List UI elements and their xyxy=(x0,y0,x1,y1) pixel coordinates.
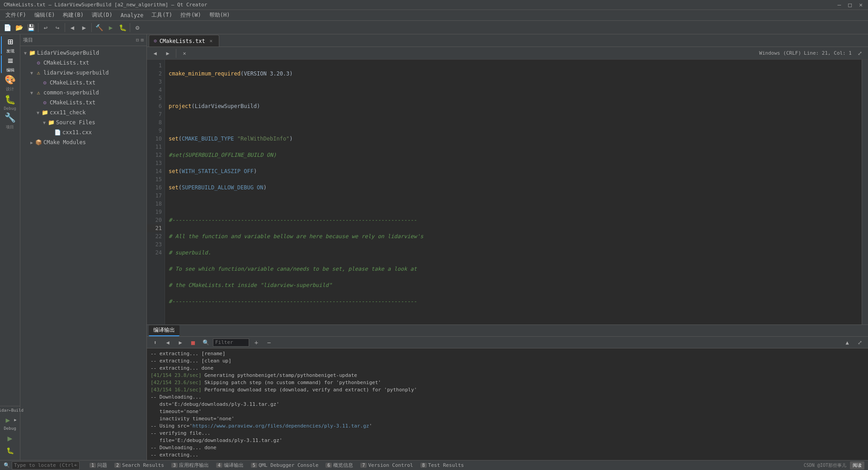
task-compile[interactable]: 4 编译输出 xyxy=(214,462,245,469)
task-overview[interactable]: 6 概览信息 xyxy=(324,462,355,469)
code-line-2[interactable] xyxy=(169,86,858,94)
tree-item-root[interactable]: ▼ 📁 LidarViewSuperBuild xyxy=(20,48,146,58)
panel-nav-next[interactable]: ▶ xyxy=(175,337,186,348)
task-test[interactable]: 8 Test Results xyxy=(419,462,466,468)
code-line-7[interactable]: set(WITH_STATIC_LASZIP OFF) xyxy=(169,167,858,175)
minimize-button[interactable]: — xyxy=(836,1,843,8)
maximize-button[interactable]: □ xyxy=(846,1,854,8)
task-qml-count: 5 xyxy=(251,463,257,468)
iconbar-design[interactable]: 🎨 设计 xyxy=(1,74,19,92)
tree-item-lidarview[interactable]: ▼ ⚠ lidarview-superbuild xyxy=(20,68,146,78)
task-app-output[interactable]: 3 应用程序输出 xyxy=(170,462,211,469)
code-line-5[interactable]: set(CMAKE_BUILD_TYPE "RelWithDebInfo") xyxy=(169,135,858,143)
code-line-1[interactable]: cmake_minimum_required(VERSION 3.20.3) xyxy=(169,70,858,78)
menu-analyze[interactable]: Analyze xyxy=(117,11,147,19)
code-line-8[interactable]: set(SUPERBUILD_ALLOW_DEBUG ON) xyxy=(169,183,858,192)
code-line-15[interactable]: #---------------------------------------… xyxy=(169,297,858,306)
sidebar-collapse-btn[interactable]: ⊞ xyxy=(141,37,144,43)
debug-attach-btn[interactable]: 🐛 xyxy=(5,445,15,456)
output-area[interactable]: -- extracting... [rename] -- extracting.… xyxy=(147,348,868,460)
menu-help[interactable]: 帮助(H) xyxy=(206,10,234,20)
panel-search-icon[interactable]: 🔍 xyxy=(200,337,211,348)
task-qml[interactable]: 5 QML Debugger Console xyxy=(249,462,320,468)
task-problems[interactable]: 1 问题 xyxy=(88,462,109,469)
tree-arrow-lidarview[interactable]: ▼ xyxy=(28,70,35,75)
code-line-4[interactable] xyxy=(169,118,858,127)
title-bar-title: CMakeLists.txt — LidarViewSuperBuild [a2… xyxy=(4,2,207,8)
menu-build[interactable]: 构建(B) xyxy=(59,10,87,20)
panel-filter-input[interactable] xyxy=(213,338,249,347)
panel-tab-compile[interactable]: 编译输出 xyxy=(149,325,179,336)
output-line-3: -- extracting... done xyxy=(151,365,864,372)
debug-play-btn[interactable]: ▶ xyxy=(5,432,15,443)
editor-toolbar-forward[interactable]: ▶ xyxy=(162,48,173,59)
tree-item-cmake-lidar[interactable]: ▶ ⚙ CMakeLists.txt xyxy=(20,78,146,88)
tree-arrow-common[interactable]: ▼ xyxy=(28,90,35,95)
editor-tab-cmakelists[interactable]: ⚙ CMakeLists.txt ✕ xyxy=(149,35,219,47)
code-editor[interactable]: 1 2 3 4 5 6 7 8 9 10 11 12 13 14 15 16 1 xyxy=(147,60,868,324)
toolbar-back[interactable]: ◀ xyxy=(67,22,78,33)
tab-close-btn[interactable]: ✕ xyxy=(208,38,214,44)
tree-arrow-modules[interactable]: ▶ xyxy=(28,140,35,145)
toolbar-build-btn[interactable]: 🔨 xyxy=(94,22,104,33)
locate-input[interactable] xyxy=(12,461,80,470)
code-line-10[interactable]: #---------------------------------------… xyxy=(169,216,858,224)
tree-arrow-root[interactable]: ▼ xyxy=(22,51,28,56)
panel-stop[interactable]: ■ xyxy=(188,337,198,348)
menu-file[interactable]: 文件(F) xyxy=(2,10,30,20)
toolbar-open[interactable]: 📂 xyxy=(14,22,24,33)
toolbar-forward[interactable]: ▶ xyxy=(79,22,90,33)
task-version[interactable]: 7 Version Control xyxy=(359,462,415,468)
toolbar-run[interactable]: ▶ xyxy=(105,22,116,33)
close-button[interactable]: ✕ xyxy=(857,1,864,8)
task-search[interactable]: 2 Search Results xyxy=(113,462,166,468)
tree-arrow-source[interactable]: ▼ xyxy=(41,120,47,125)
editor-scrollbar[interactable] xyxy=(862,60,868,324)
code-line-9[interactable] xyxy=(169,200,858,208)
editor-expand[interactable]: ⤢ xyxy=(854,48,865,59)
code-line-6[interactable]: #set(SUPERBUILD_OFFLINE_BUILD ON) xyxy=(169,151,858,159)
panel-add-btn[interactable]: + xyxy=(251,337,262,348)
panel-scroll-top[interactable]: ⬆ xyxy=(150,337,160,348)
toolbar-undo[interactable]: ↩ xyxy=(40,22,51,33)
toolbar-new[interactable]: 📄 xyxy=(2,22,13,33)
tree-arrow-cxx11[interactable]: ▼ xyxy=(35,110,41,115)
toolbar-settings[interactable]: ⚙ xyxy=(132,22,143,33)
sidebar-filter-btn[interactable]: ⊟ xyxy=(136,37,139,43)
panel-nav-prev[interactable]: ◀ xyxy=(162,337,173,348)
toolbar-save[interactable]: 💾 xyxy=(25,22,36,33)
menu-controls[interactable]: 控件(W) xyxy=(177,10,205,20)
code-content[interactable]: cmake_minimum_required(VERSION 3.20.3) p… xyxy=(165,60,862,324)
panel-collapse[interactable]: ▲ xyxy=(842,337,853,348)
tree-item-cxx11-cxx[interactable]: ▶ 📄 cxx11.cxx xyxy=(20,127,146,137)
tree-item-cxx11[interactable]: ▼ 📁 cxx11_check xyxy=(20,108,146,118)
debug-run-btn[interactable]: ▶ xyxy=(3,415,12,424)
toolbar-debug-run[interactable]: 🐛 xyxy=(117,22,128,33)
tree-item-cmake-modules[interactable]: ▶ 📦 CMake Modules xyxy=(20,137,146,147)
code-line-16[interactable] xyxy=(169,314,858,322)
code-line-11[interactable]: # All the function and variable bellow a… xyxy=(169,232,858,240)
editor-toolbar-back[interactable]: ◀ xyxy=(150,48,160,59)
code-line-3[interactable]: project(LidarViewSuperBuild) xyxy=(169,102,858,110)
iconbar-debug-icon[interactable]: 🐛 Debug xyxy=(1,93,19,111)
iconbar-project[interactable]: 🔧 项目 xyxy=(1,112,19,130)
code-line-14[interactable]: # the CMakeLists.txt inside "lidarview-s… xyxy=(169,281,858,289)
menu-debug[interactable]: 调试(D) xyxy=(88,10,116,20)
menu-edit[interactable]: 编辑(E) xyxy=(31,10,59,20)
toolbar-redo[interactable]: ↪ xyxy=(52,22,63,33)
tree-icon-modules: 📦 xyxy=(35,139,42,146)
csdn-btn[interactable]: 阅读 xyxy=(850,461,864,470)
tree-item-cmake-root[interactable]: ▶ ⚙ CMakeLists.txt xyxy=(20,58,146,68)
panel-expand-btn[interactable]: ⤢ xyxy=(854,337,865,348)
tree-item-source-files[interactable]: ▼ 📁 Source Files xyxy=(20,118,146,127)
tree-item-cmake-common[interactable]: ▶ ⚙ CMakeLists.txt xyxy=(20,98,146,108)
menu-tools[interactable]: 工具(T) xyxy=(148,10,176,20)
iconbar-edit[interactable]: ≡ 编辑 xyxy=(1,55,19,73)
editor-toolbar-close[interactable]: ✕ xyxy=(179,48,190,59)
search-icon: 🔍 xyxy=(4,462,10,468)
code-line-12[interactable]: # superbuild. xyxy=(169,249,858,257)
iconbar-apps[interactable]: ⊞ 发现 xyxy=(1,36,19,54)
tree-item-common[interactable]: ▼ ⚠ common-superbuild xyxy=(20,88,146,98)
panel-remove-btn[interactable]: − xyxy=(264,337,274,348)
code-line-13[interactable]: # To see which function/variable cana/ne… xyxy=(169,265,858,273)
